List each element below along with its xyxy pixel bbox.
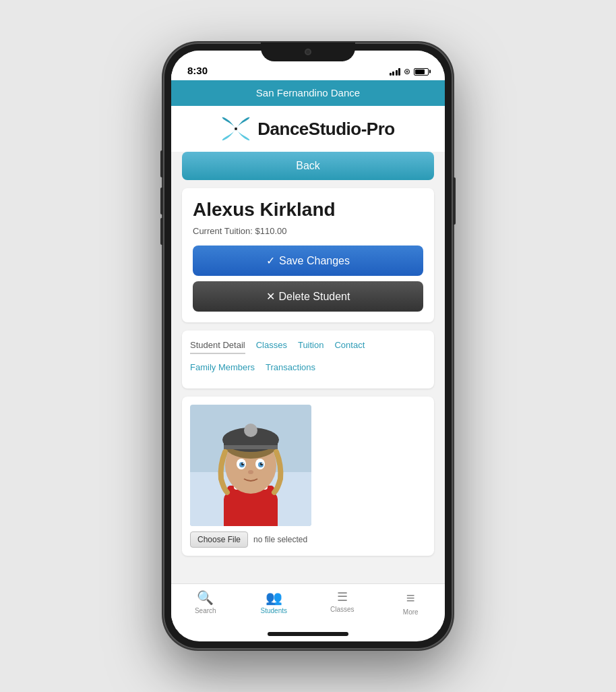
tab-transactions[interactable]: Transactions	[266, 359, 315, 376]
svg-point-19	[243, 463, 244, 464]
front-camera	[305, 49, 311, 55]
back-button[interactable]: Back	[182, 152, 434, 180]
student-photo	[190, 405, 311, 526]
scene: 8:30 ⊛ San Fernandino Dance	[0, 0, 616, 692]
nav-students-label: Students	[261, 607, 287, 614]
save-changes-label: Save Changes	[279, 255, 350, 267]
svg-point-0	[235, 127, 237, 130]
search-nav-icon: 🔍	[197, 589, 214, 606]
notch	[261, 42, 355, 61]
classes-nav-icon: ☰	[337, 589, 348, 604]
checkmark-icon: ✓	[266, 254, 275, 267]
nav-more-label: More	[403, 608, 419, 616]
save-changes-button[interactable]: ✓ Save Changes	[193, 246, 423, 276]
tab-student-detail[interactable]: Student Detail	[190, 337, 245, 354]
choose-file-button[interactable]: Choose File	[190, 531, 248, 548]
status-time: 8:30	[187, 65, 208, 76]
students-nav-icon: 👥	[266, 589, 282, 606]
student-name: Alexus Kirkland	[193, 199, 423, 221]
signal-icon	[390, 67, 401, 76]
photo-area: Choose File no file selected	[182, 397, 434, 556]
file-input-row: Choose File no file selected	[190, 531, 426, 548]
tabs-row-2: Family Members Transactions	[190, 359, 426, 376]
delete-student-label: Delete Student	[279, 291, 350, 303]
header-bar: San Fernandino Dance	[171, 80, 445, 106]
phone-shell: 8:30 ⊛ San Fernandino Dance	[163, 42, 453, 650]
tab-classes[interactable]: Classes	[256, 337, 287, 354]
logo-text: DanceStudio-Pro	[257, 119, 394, 140]
svg-rect-11	[224, 445, 278, 449]
nav-classes[interactable]: ☰ Classes	[322, 589, 363, 616]
tabs-row-1: Student Detail Classes Tuition Contact	[190, 337, 426, 354]
home-indicator	[268, 632, 348, 636]
delete-student-button[interactable]: ✕ Delete Student	[193, 281, 423, 312]
nav-classes-label: Classes	[330, 606, 355, 613]
content-scroll: DanceStudio-Pro Back Alexus Kirkland Cur…	[171, 106, 445, 583]
wifi-icon: ⊛	[404, 67, 410, 76]
more-nav-icon: ≡	[406, 589, 415, 607]
nav-search[interactable]: 🔍 Search	[185, 589, 226, 616]
tabs-area: Student Detail Classes Tuition Contact F…	[182, 330, 434, 388]
butterfly-logo	[221, 117, 251, 141]
nav-students[interactable]: 👥 Students	[253, 589, 294, 616]
status-icons: ⊛	[390, 67, 429, 76]
svg-point-21	[248, 470, 253, 474]
battery-icon	[414, 68, 429, 76]
x-icon: ✕	[266, 290, 275, 303]
tab-contact[interactable]: Contact	[334, 337, 365, 354]
nav-more[interactable]: ≡ More	[390, 589, 431, 616]
student-card: Alexus Kirkland Current Tuition: $110.00…	[182, 188, 434, 322]
phone-screen: 8:30 ⊛ San Fernandino Dance	[171, 51, 445, 641]
tab-family-members[interactable]: Family Members	[190, 359, 255, 376]
nav-search-label: Search	[195, 607, 216, 614]
tab-tuition[interactable]: Tuition	[298, 337, 324, 354]
logo-area: DanceStudio-Pro	[171, 106, 445, 152]
svg-point-20	[261, 463, 263, 464]
svg-point-12	[244, 424, 257, 437]
no-file-label: no file selected	[253, 535, 307, 544]
current-tuition: Current Tuition: $110.00	[193, 226, 423, 236]
bottom-nav: 🔍 Search 👥 Students ☰ Classes ≡ More	[171, 583, 445, 629]
header-title: San Fernandino Dance	[256, 87, 360, 98]
